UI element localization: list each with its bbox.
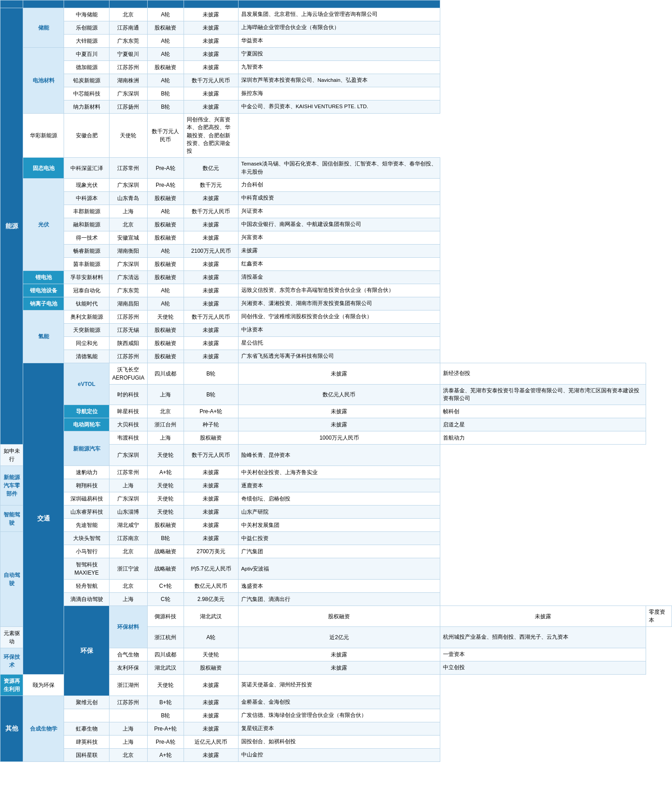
cell-investor: 逸盛资本	[238, 580, 440, 593]
cell-investor: 洪泰基金、芜湖市安泰投资引导基金管理有限公司、芜湖市湾汇区国有资本建设投资有限公…	[440, 384, 646, 405]
cell-subfield: 固态电池	[23, 158, 64, 179]
cell-company: 融和新能源	[64, 218, 110, 231]
cell-company	[64, 709, 110, 722]
cell-investor: 华益资本	[238, 35, 440, 48]
cell-company: 聚维元创	[64, 696, 110, 709]
cell-company: 先途智能	[64, 519, 110, 532]
cell-company: 时的科技	[110, 384, 148, 405]
cell-amount: 未披露	[184, 61, 238, 74]
cell-round: 股权融资	[147, 270, 184, 284]
cell-investor: 中关村发展集团	[238, 519, 440, 532]
table-row: 钠离子电池钛能时代湖南昌阳A轮未披露兴湘资本、潇湘投资、湖南市雨开发投资集团有限…	[0, 297, 672, 310]
cell-round: B轮	[184, 384, 238, 405]
cell-region: 宁夏银川	[110, 48, 148, 61]
cell-investor: 金桥基金、金海创投	[238, 696, 440, 709]
cell-company: 乐创能源	[64, 21, 110, 35]
cell-subfield: 电池材料	[23, 48, 64, 114]
cell-amount: 2100万元人民币	[184, 244, 238, 257]
cell-round: B轮	[147, 709, 184, 722]
table-row: 自动驾驶大块头智驾江苏南京B轮未披露中益仁投资	[0, 532, 672, 545]
cell-amount: 未披露	[184, 519, 238, 532]
table-row: 肆英科技上海Pre-A轮近亿元人民币国投创合、如祺科创投	[0, 735, 672, 748]
cell-region: 浙江宁波	[110, 558, 148, 580]
cell-investor: 深圳市芦苇资本投资有限公司、Navichain、弘盈资本	[238, 74, 440, 87]
cell-round: Pre-A轮	[147, 178, 184, 191]
table-row: 锂电池孚菲安新材料广东清远股权融资未披露清投基金	[0, 270, 672, 284]
cell-amount: 未披露	[184, 284, 238, 297]
cell-round: 股权融资	[147, 336, 184, 350]
cell-round: A轮	[147, 284, 184, 297]
cell-investor: 山东产研院	[238, 506, 440, 519]
cell-region: 山东淄博	[110, 506, 148, 519]
table-row: 滴滴自动驾驶上海C轮2.98亿美元广汽集团、滴滴出行	[0, 593, 672, 606]
cell-company: 同尘和光	[64, 336, 110, 350]
cell-company: 山东睿芽科技	[64, 506, 110, 519]
cell-region: 江苏苏州	[110, 310, 148, 323]
cell-investor: 中立创投	[440, 661, 646, 674]
cell-round: 股权融资	[238, 606, 440, 627]
cell-amount: 约5.7亿元人民币	[184, 558, 238, 580]
cell-investor: 中金公司、养贝资本、KAISHI VENTURES PTE. LTD.	[238, 100, 440, 114]
table-row: 深圳磁易科技广东深圳天使轮未披露奇绩创坛、启椿创投	[0, 492, 672, 506]
cell-amount: 数亿元人民币	[184, 580, 238, 593]
table-row: 虹摹生物上海Pre-A+轮未披露复星锐正资本	[0, 722, 672, 735]
cell-region: 江苏扬州	[110, 100, 148, 114]
cell-round: C轮	[147, 593, 184, 606]
cell-region: 江苏苏州	[110, 350, 148, 363]
cell-round: 股权融资	[147, 350, 184, 363]
table-row: 氢能奥利文新能源江苏苏州天使轮数千万元人民币同创伟业、宁波稚维润股权投资合伙企业…	[0, 310, 672, 323]
cell-investor: 兴证资本	[238, 205, 440, 218]
cell-amount: 未披露	[184, 748, 238, 761]
cell-region: 上海	[147, 431, 184, 445]
cell-round: 股权融资	[147, 323, 184, 336]
cell-amount: 未披露	[184, 257, 238, 270]
cell-round: A+轮	[147, 748, 184, 761]
cell-region: 上海	[110, 479, 148, 492]
cell-region: 浙江杭州	[147, 626, 184, 648]
investment-table: 能源储能中海储能北京A轮未披露昌发展集团、北京君恒、上海云场企业管理咨询有限公司…	[0, 0, 672, 762]
cell-company: 孚菲安新材料	[64, 270, 110, 284]
cell-region: 江苏常州	[110, 466, 148, 479]
cell-subfield: 新能源汽车零部件	[0, 466, 23, 506]
cell-amount: 数亿元人民币	[238, 384, 440, 405]
cell-amount: 1000万元人民币	[238, 431, 440, 445]
cell-round: 天使轮	[147, 310, 184, 323]
cell-region: 湖南昌阳	[110, 297, 148, 310]
table-row: 电池材料中夏百川宁夏银川A轮未披露宁夏国投	[0, 48, 672, 61]
cell-investor: 中泳资本	[238, 323, 440, 336]
cell-round: B轮	[147, 100, 184, 114]
cell-company: 中芯能科技	[64, 87, 110, 100]
cell-industry: 其他	[0, 696, 23, 761]
cell-region: 广东清远	[110, 270, 148, 284]
header-region	[110, 0, 148, 8]
cell-round: 种子轮	[184, 418, 238, 431]
cell-subfield: 钠离子电池	[23, 297, 64, 310]
cell-amount: 未披露	[184, 231, 238, 244]
table-row: 得一技术安徽宣城股权融资未披露兴富资本	[0, 231, 672, 244]
cell-round: B轮	[147, 87, 184, 100]
cell-company: 大贝科技	[110, 418, 148, 431]
cell-amount: 未披露	[238, 363, 440, 384]
cell-round: 天使轮	[147, 506, 184, 519]
cell-company: 纳力新材料	[64, 100, 110, 114]
cell-round: A轮	[147, 35, 184, 48]
table-header-row	[0, 0, 672, 8]
cell-round: 股权融资	[147, 257, 184, 270]
cell-amount: 未披露	[184, 87, 238, 100]
cell-company: 大锌能源	[64, 35, 110, 48]
cell-region: 安徽合肥	[64, 114, 110, 158]
cell-company: 中夏百川	[64, 48, 110, 61]
cell-round: 天使轮	[147, 479, 184, 492]
cell-amount: 未披露	[184, 336, 238, 350]
cell-company: 沃飞长空AEROFUGIA	[110, 363, 148, 384]
table-row: 交通eVTOL沃飞长空AEROFUGIA四川成都B轮未披露新经济创投	[0, 363, 672, 384]
cell-company: 中海储能	[64, 8, 110, 21]
table-row: 国科星联北京A+轮未披露中山金控	[0, 748, 672, 761]
cell-amount: 数千万元人民币	[184, 310, 238, 323]
cell-investor: Temasek淡马锡、中国石化资本、国信创新投、汇智资本、烜华资本、春华创投、丰…	[238, 158, 440, 179]
table-row: 轻舟智航北京C+轮数亿元人民币逸盛资本	[0, 580, 672, 593]
table-row: 新能源汽车零部件速豹动力江苏常州A+轮未披露中关村创业投资、上海齐鲁实业	[0, 466, 672, 479]
cell-amount: 未披露	[184, 532, 238, 545]
cell-amount: 未披露	[238, 418, 440, 431]
cell-round: Pre-A轮	[147, 158, 184, 179]
